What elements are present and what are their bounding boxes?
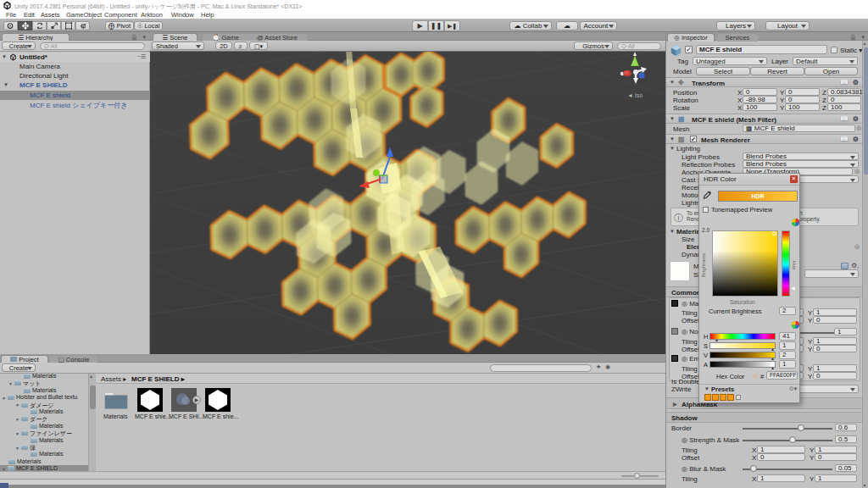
svg-text:◄ Iso: ◄ Iso	[627, 92, 643, 98]
